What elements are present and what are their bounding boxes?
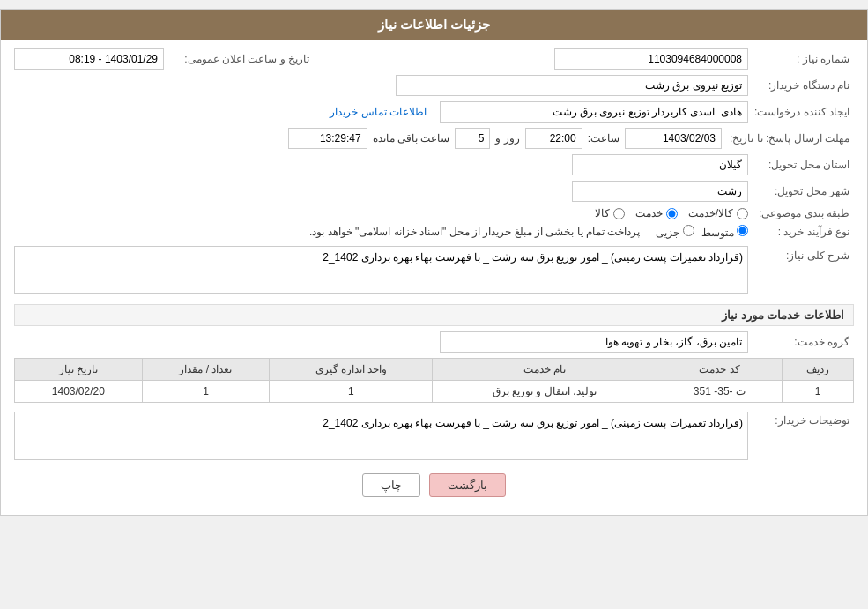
page-wrapper: جزئیات اطلاعات نیاز شماره نیاز : تاریخ و… <box>0 9 868 516</box>
ostan-label: استان محل تحویل: <box>748 159 854 171</box>
row-noeFarayand: نوع فرآیند خرید : متوسط جزیی پرداخت تمام… <box>14 225 854 239</box>
row-tabaqe: طبقه بندی موضوعی: کالا/خدمت خدمت کالا <box>14 207 854 219</box>
col-radif: ردیف <box>783 359 854 381</box>
khadamat-table-body: 1 ت -35- 351 تولید، انتقال و توزیع برق 1… <box>15 381 854 403</box>
cell-tedadMeqdar: 1 <box>142 381 270 403</box>
khadamat-section-title: اطلاعات خدمات مورد نیاز <box>14 304 854 326</box>
tabaqe-radio-group: کالا/خدمت خدمت کالا <box>595 207 748 219</box>
page-header: جزئیات اطلاعات نیاز <box>1 10 867 40</box>
tabaqe-kala-label: کالا <box>595 207 610 219</box>
mohlat-baghi-input[interactable] <box>288 128 367 149</box>
tabaqe-kala-khadamat-option[interactable]: کالا/خدمت <box>688 207 748 219</box>
tabaqe-kala-radio[interactable] <box>613 208 625 219</box>
tabaqe-kala-option[interactable]: کالا <box>595 207 625 219</box>
row-shomare-tarikh: شماره نیاز : تاریخ و ساعت اعلان عمومی: <box>14 48 854 70</box>
tarikhElan-label: تاریخ و ساعت اعلان عمومی: <box>164 53 314 65</box>
row-sharh-kolli: شرح کلی نیاز: document.addEventListener(… <box>14 246 854 297</box>
tozihatKhardar-label: توضیحات خریدار: <box>748 412 854 427</box>
tabaqe-kala-khadamat-label: کالا/خدمت <box>688 207 733 219</box>
tabaqe-khadamat-label: خدمت <box>635 207 663 219</box>
chap-button[interactable]: چاپ <box>362 473 420 497</box>
mohlat-saat-input[interactable] <box>525 128 582 149</box>
tabaqe-kala-khadamat-radio[interactable] <box>737 208 748 219</box>
namDastgah-label: نام دستگاه خریدار: <box>748 79 854 92</box>
ostan-input[interactable] <box>572 154 748 175</box>
shahr-label: شهر محل تحویل: <box>748 185 854 197</box>
noeFarayand-jozii-option[interactable]: جزیی <box>656 225 694 239</box>
col-tarikhNiaz: تاریخ نیاز <box>15 359 143 381</box>
col-tedadMeqdar: تعداد / مقدار <box>142 359 270 381</box>
tabaqe-khadamat-radio[interactable] <box>666 208 678 219</box>
ijadKonande-input[interactable] <box>440 101 748 123</box>
mohlat-baghi-label: ساعت باقی مانده <box>373 132 450 145</box>
col-namKhadamat: نام خدمت <box>433 359 657 381</box>
groheKhadamat-input[interactable] <box>440 331 748 353</box>
noeFarayand-options: متوسط جزیی پرداخت تمام یا بخشی از مبلغ خ… <box>309 225 748 239</box>
tabaqe-label: طبقه بندی موضوعی: <box>748 207 854 219</box>
noeFarayand-mottaset-option[interactable]: متوسط <box>701 225 748 239</box>
cell-radif: 1 <box>783 381 854 403</box>
tabaqe-khadamat-option[interactable]: خدمت <box>635 207 678 219</box>
noeFarayand-jozii-label: جزیی <box>656 227 679 239</box>
mohlat-saat-label: ساعت: <box>588 132 619 145</box>
noeFarayand-jozii-radio[interactable] <box>683 225 694 236</box>
row-shahr: شهر محل تحویل: <box>14 181 854 202</box>
page-title: جزئیات اطلاعات نیاز <box>378 17 490 32</box>
row-ijadKonande: ایجاد کننده درخواست: اطلاعات تماس خریدار <box>14 101 854 123</box>
tozihatKhardar-textarea[interactable] <box>14 412 748 460</box>
cell-kodKhadamat: ت -35- 351 <box>657 381 783 403</box>
sharhKolliNiaz-label: شرح کلی نیاز: <box>748 246 854 262</box>
namDastgah-input[interactable] <box>396 75 748 96</box>
ijadKonande-label: ایجاد کننده درخواست: <box>748 106 854 118</box>
cell-namKhadamat: تولید، انتقال و توزیع برق <box>433 381 657 403</box>
shomareNiaz-label: شماره نیاز : <box>748 53 854 65</box>
ettelaatTamas-link[interactable]: اطلاعات تماس خریدار <box>330 106 427 118</box>
mohlatErsalPasokh-label: مهلت ارسال پاسخ: تا تاریخ: <box>722 132 854 145</box>
sharhKolliNiaz-textarea[interactable] <box>14 246 748 294</box>
mohlat-roz-label: روز و <box>495 132 519 145</box>
row-namDastgah: نام دستگاه خریدار: <box>14 75 854 96</box>
row-ostan: استان محل تحویل: <box>14 154 854 175</box>
tarikhElan-input[interactable] <box>14 48 164 70</box>
groheKhadamat-label: گروه خدمت: <box>748 336 854 348</box>
row-groheKhadamat: گروه خدمت: <box>14 331 854 353</box>
row-mohlat: مهلت ارسال پاسخ: تا تاریخ: ساعت: روز و س… <box>14 128 854 149</box>
noeFarayand-note: پرداخت تمام یا بخشی از مبلغ خریدار از مح… <box>309 226 640 238</box>
sharh-wrapper: document.addEventListener('DOMContentLoa… <box>14 246 748 297</box>
col-kodKhadamat: کد خدمت <box>657 359 783 381</box>
cell-vahedAndaze: 1 <box>270 381 433 403</box>
mohlat-roz-input[interactable] <box>455 128 490 149</box>
tozihat-box-wrapper <box>14 412 748 460</box>
noeFarayand-label: نوع فرآیند خرید : <box>748 226 854 238</box>
shomareNiaz-input[interactable] <box>554 48 748 70</box>
content: شماره نیاز : تاریخ و ساعت اعلان عمومی: ن… <box>1 40 867 515</box>
khadamat-table: ردیف کد خدمت نام خدمت واحد اندازه گیری ت… <box>14 358 854 403</box>
table-row: 1 ت -35- 351 تولید، انتقال و توزیع برق 1… <box>15 381 854 403</box>
mohlat-date-input[interactable] <box>625 128 722 149</box>
col-vahedAndaze: واحد اندازه گیری <box>270 359 433 381</box>
tozihat-section: توضیحات خریدار: <box>14 412 854 460</box>
noeFarayand-mottaset-radio[interactable] <box>737 225 748 236</box>
noeFarayand-mottaset-label: متوسط <box>701 227 734 239</box>
button-row: بازگشت چاپ <box>14 473 854 497</box>
bazgasht-button[interactable]: بازگشت <box>429 473 506 497</box>
cell-tarikhNiaz: 1403/02/20 <box>15 381 143 403</box>
shahr-input[interactable] <box>572 181 748 202</box>
